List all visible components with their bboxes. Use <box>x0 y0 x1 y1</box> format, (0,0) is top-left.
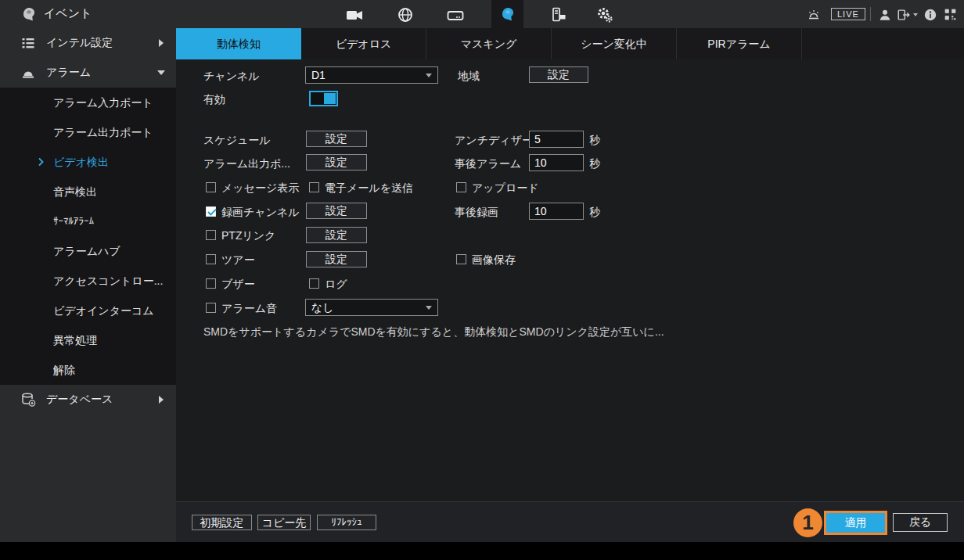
sidebar-item-label: データベース <box>46 393 113 407</box>
chevron-right-icon <box>159 396 164 404</box>
sidebar-item-intel-settings[interactable]: インテル設定 <box>0 28 176 58</box>
alarm-tone-select[interactable]: なし <box>305 299 438 316</box>
sidebar-item-exception[interactable]: 異常処理 <box>0 325 176 355</box>
camera-nav-icon[interactable] <box>346 7 363 24</box>
ptz-setting-button[interactable]: 設定 <box>306 227 367 243</box>
ptz-link-label: PTZリンク <box>221 227 275 244</box>
maintain-server-nav-icon[interactable] <box>550 6 567 23</box>
settings-gears-nav-icon[interactable] <box>596 6 613 23</box>
topbar-divider <box>870 7 871 21</box>
upload-label: アップロード <box>472 179 539 196</box>
schedule-label: スケジュール <box>203 131 271 149</box>
channel-value: D1 <box>311 69 326 81</box>
tour-setting-button[interactable]: 設定 <box>306 251 367 267</box>
copy-to-button[interactable]: コピー先 <box>257 515 311 530</box>
page-title: イベント <box>44 6 92 21</box>
list-icon <box>20 35 36 51</box>
sidebar-item-database[interactable]: データベース <box>0 385 176 415</box>
log-label: ログ <box>325 275 347 293</box>
logout-icon[interactable] <box>897 8 911 22</box>
tab-motion-detection[interactable]: 動体検知 <box>176 28 301 59</box>
siren-icon <box>20 65 36 81</box>
ptz-link-checkbox[interactable] <box>206 230 216 240</box>
tab-video-loss[interactable]: ビデオロス <box>301 28 426 59</box>
picture-storage-checkbox[interactable] <box>456 254 466 264</box>
logout-caret-icon[interactable] <box>913 13 918 16</box>
sidebar-item-alarm-in-port[interactable]: アラーム入力ポート <box>0 88 176 117</box>
channel-label: チャンネル <box>203 67 260 84</box>
alarm-tone-checkbox[interactable] <box>206 303 216 313</box>
motion-detection-panel: チャンネル D1 地域 設定 有効 スケジュール 設定 アンチディザー 5 秒 … <box>176 59 964 501</box>
channel-select[interactable]: D1 <box>305 66 438 84</box>
sidebar-item-alarm[interactable]: アラーム <box>0 58 176 88</box>
event-nav-icon-active[interactable] <box>499 6 516 23</box>
sidebar-item-video-detection[interactable]: ビデオ検出 <box>0 147 176 177</box>
buzzer-label: ブザー <box>221 275 255 293</box>
alarm-siren-icon[interactable] <box>806 7 822 23</box>
anti-dither-label: アンチディザー <box>455 131 533 149</box>
info-icon[interactable] <box>923 8 937 22</box>
enable-toggle[interactable] <box>309 91 338 106</box>
sidebar-item-alarm-hub[interactable]: アラームハブ <box>0 236 176 266</box>
post-record-label: 事後録画 <box>455 203 498 221</box>
alarm-tone-value: なし <box>311 301 334 314</box>
qr-code-icon[interactable] <box>944 8 957 21</box>
sidebar-item-label: アラーム <box>46 66 91 80</box>
chevron-down-icon <box>157 70 165 75</box>
anti-dither-input[interactable]: 5 <box>529 131 584 148</box>
area-setting-button[interactable]: 設定 <box>529 66 588 83</box>
sidebar-item-thermal-alarm[interactable]: ｻｰﾏﾙｱﾗｰﾑ <box>0 206 176 236</box>
default-button[interactable]: 初期設定 <box>192 515 252 530</box>
check-icon <box>206 206 218 218</box>
tab-pir-alarm[interactable]: PIRアラーム <box>677 28 802 59</box>
buzzer-checkbox[interactable] <box>206 278 216 289</box>
database-icon <box>20 392 36 407</box>
alarm-out-label: アラーム出力ポ... <box>203 155 290 172</box>
chevron-right-icon <box>159 39 164 47</box>
tab-scene-change[interactable]: シーン変化中 <box>552 28 677 59</box>
sidebar-item-video-intercom[interactable]: ビデオインターコム <box>0 296 176 325</box>
record-channel-label: 録画チャンネル <box>221 203 300 221</box>
toggle-knob <box>324 93 336 104</box>
send-email-label: 電子メールを送信 <box>325 179 413 196</box>
refresh-button[interactable]: ﾘﾌﾚｯｼｭ <box>317 515 376 530</box>
alarm-out-setting-button[interactable]: 設定 <box>306 154 367 171</box>
sidebar-item-access-control[interactable]: アクセスコントロー... <box>0 266 176 296</box>
record-channel-checkbox[interactable] <box>206 206 216 217</box>
post-alarm-label: 事後アラーム <box>455 155 521 172</box>
live-button[interactable]: LIVE <box>831 8 865 20</box>
sidebar-item-disarm[interactable]: 解除 <box>0 355 176 385</box>
schedule-setting-button[interactable]: 設定 <box>306 131 367 147</box>
sidebar-item-audio-detection[interactable]: 音声検出 <box>0 177 176 206</box>
sidebar-filler <box>0 415 176 542</box>
annotation-step-1-badge: 1 <box>793 508 822 537</box>
sidebar-alarm-submenu: アラーム入力ポート アラーム出力ポート ビデオ検出 音声検出 ｻｰﾏﾙｱﾗｰﾑ … <box>0 88 176 385</box>
show-message-checkbox[interactable] <box>206 182 216 192</box>
tour-checkbox[interactable] <box>206 254 216 264</box>
chevron-right-icon <box>34 156 47 168</box>
alarm-tone-label: アラーム音 <box>221 300 277 317</box>
storage-disk-nav-icon[interactable] <box>447 7 464 24</box>
sidebar-item-label: インテル設定 <box>46 36 113 50</box>
smd-note-text: SMDをサポートするカメラでSMDを有効にすると、動体検知とSMDのリンク設定が… <box>203 325 664 339</box>
tour-label: ツアー <box>221 251 255 268</box>
upload-checkbox[interactable] <box>456 182 466 192</box>
record-channel-setting-button[interactable]: 設定 <box>306 203 367 219</box>
topbar: イベント <box>0 0 964 28</box>
apply-button[interactable]: 適用 <box>824 511 887 535</box>
user-icon[interactable] <box>878 8 892 22</box>
enable-label: 有効 <box>203 91 225 108</box>
sidebar-item-alarm-out-port[interactable]: アラーム出力ポート <box>0 117 176 147</box>
post-alarm-input[interactable]: 10 <box>529 154 584 171</box>
seconds-unit-label: 秒 <box>589 203 600 221</box>
tab-masking[interactable]: マスキング <box>426 28 552 59</box>
area-label: 地域 <box>458 67 480 84</box>
log-checkbox[interactable] <box>309 278 319 289</box>
back-button[interactable]: 戻る <box>893 513 948 532</box>
network-globe-nav-icon[interactable] <box>397 6 414 23</box>
sidebar-item-label: ビデオ検出 <box>53 156 109 168</box>
post-record-input[interactable]: 10 <box>529 203 584 220</box>
seconds-unit-label: 秒 <box>589 155 600 172</box>
send-email-checkbox[interactable] <box>309 182 319 192</box>
tab-bar: 動体検知 ビデオロス マスキング シーン変化中 PIRアラーム <box>176 28 964 59</box>
